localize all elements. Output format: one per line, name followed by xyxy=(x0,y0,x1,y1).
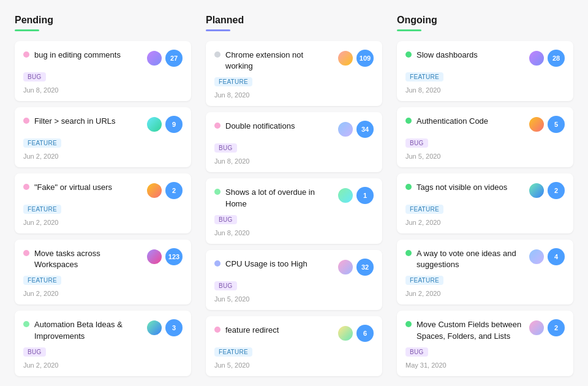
column-header-pending: Pending xyxy=(15,15,191,31)
card-title: CPU Usage is too High xyxy=(225,259,307,270)
column-header-planned: Planned xyxy=(206,15,382,31)
card[interactable]: "Fake" or virtual users2FEATUREJun 2, 20… xyxy=(15,173,191,233)
card-title: Authentication Code xyxy=(417,116,488,127)
card-right: 109 xyxy=(337,50,374,67)
card[interactable]: Move Custom Fields between Spaces, Folde… xyxy=(397,311,573,376)
cards-list-pending: bug in editing comments27BUGJun 8, 2020F… xyxy=(15,41,191,376)
status-dot xyxy=(23,250,29,256)
card-top: CPU Usage is too High32 xyxy=(214,259,374,276)
card-tag: BUG xyxy=(23,347,46,357)
card-tag: FEATURE xyxy=(214,77,252,86)
count-badge: 34 xyxy=(356,121,374,138)
card-top: Chrome extension not working109 xyxy=(214,50,374,72)
avatar xyxy=(528,50,545,67)
card-top: Slow dashboards28 xyxy=(405,50,565,67)
count-badge: 32 xyxy=(356,259,374,276)
status-dot xyxy=(214,260,221,267)
kanban-board: Pendingbug in editing comments27BUGJun 8… xyxy=(15,15,573,376)
card[interactable]: bug in editing comments27BUGJun 8, 2020 xyxy=(15,41,191,101)
card-title: Double notifications xyxy=(225,121,295,132)
card[interactable]: CPU Usage is too High32BUGJun 5, 2020 xyxy=(206,250,382,310)
status-dot xyxy=(23,321,29,327)
card[interactable]: Authentication Code5BUGJun 5, 2020 xyxy=(397,107,573,167)
count-badge: 2 xyxy=(548,319,565,336)
avatar xyxy=(337,325,354,342)
card-title-row: Automation Beta Ideas & Improvements xyxy=(23,319,141,341)
card[interactable]: Filter > search in URLs9FEATUREJun 2, 20… xyxy=(15,107,191,167)
card-tag: BUG xyxy=(405,138,428,148)
avatar xyxy=(337,121,354,138)
avatar xyxy=(146,50,163,67)
card-title: "Fake" or virtual users xyxy=(34,182,112,193)
card-title-row: Chrome extension not working xyxy=(214,50,332,72)
card-title-row: Tags not visible on videos xyxy=(405,182,523,193)
card[interactable]: Automation Beta Ideas & Improvements3BUG… xyxy=(15,311,191,376)
card-date: Jun 8, 2020 xyxy=(214,229,374,237)
card-right: 2 xyxy=(146,182,183,199)
card-tag: BUG xyxy=(405,347,428,357)
column-underline-planned xyxy=(206,29,230,31)
count-badge: 5 xyxy=(548,116,565,133)
status-dot xyxy=(214,327,221,333)
card-date: Jun 8, 2020 xyxy=(214,91,374,99)
card-top: "Fake" or virtual users2 xyxy=(23,182,183,199)
card-right: 32 xyxy=(337,259,374,276)
card-title-row: CPU Usage is too High xyxy=(214,259,332,270)
card-top: Tags not visible on videos2 xyxy=(405,182,565,199)
avatar xyxy=(146,319,163,336)
card[interactable]: Shows a lot of overdue in Home1BUGJun 8,… xyxy=(206,178,382,243)
column-pending: Pendingbug in editing comments27BUGJun 8… xyxy=(15,15,191,376)
card-date: Jun 2, 2020 xyxy=(23,153,183,160)
card-right: 3 xyxy=(146,319,183,336)
card-title-row: feature redirect xyxy=(214,325,332,336)
card-title-row: Filter > search in URLs xyxy=(23,116,141,127)
status-dot xyxy=(405,51,412,58)
status-dot xyxy=(214,189,221,195)
card-tag: BUG xyxy=(214,215,237,224)
card[interactable]: A way to vote one ideas and suggestions4… xyxy=(397,240,573,305)
avatar xyxy=(146,248,163,265)
count-badge: 9 xyxy=(165,116,183,133)
card-title-row: Authentication Code xyxy=(405,116,523,127)
card-date: Jun 2, 2020 xyxy=(23,361,183,369)
card-date: Jun 2, 2020 xyxy=(405,219,565,226)
card-right: 2 xyxy=(528,319,565,336)
card-tag: FEATURE xyxy=(23,205,61,214)
card-right: 4 xyxy=(528,248,565,265)
card[interactable]: Tags not visible on videos2FEATUREJun 2,… xyxy=(397,173,573,233)
card-right: 28 xyxy=(528,50,565,67)
card-top: Double notifications34 xyxy=(214,121,374,138)
column-underline-ongoing xyxy=(397,29,421,31)
card-title: Move Custom Fields between Spaces, Folde… xyxy=(417,319,523,341)
status-dot xyxy=(23,51,29,58)
column-title-planned: Planned xyxy=(206,15,382,26)
count-badge: 28 xyxy=(548,50,565,67)
card-title-row: Move Custom Fields between Spaces, Folde… xyxy=(405,319,523,341)
card-title-row: Double notifications xyxy=(214,121,332,132)
card-title-row: A way to vote one ideas and suggestions xyxy=(405,248,523,270)
cards-list-ongoing: Slow dashboards28FEATUREJun 8, 2020Authe… xyxy=(397,41,573,376)
card-title-row: Shows a lot of overdue in Home xyxy=(214,187,332,209)
card-right: 2 xyxy=(528,182,565,199)
card[interactable]: Chrome extension not working109FEATUREJu… xyxy=(206,41,382,106)
card-tag: FEATURE xyxy=(214,347,252,357)
card-top: Shows a lot of overdue in Home1 xyxy=(214,187,374,209)
status-dot xyxy=(23,118,29,124)
card-title-row: Move tasks across Workspaces xyxy=(23,248,141,270)
card-title: A way to vote one ideas and suggestions xyxy=(417,248,523,270)
avatar xyxy=(528,319,545,336)
card[interactable]: Move tasks across Workspaces123FEATUREJu… xyxy=(15,240,191,305)
cards-list-planned: Chrome extension not working109FEATUREJu… xyxy=(206,41,382,376)
card[interactable]: Slow dashboards28FEATUREJun 8, 2020 xyxy=(397,41,573,101)
card-top: Authentication Code5 xyxy=(405,116,565,133)
card-title-row: bug in editing comments xyxy=(23,50,141,61)
card-date: Jun 2, 2020 xyxy=(23,219,183,226)
avatar xyxy=(337,187,354,204)
card-tag: FEATURE xyxy=(405,72,443,81)
card[interactable]: feature redirect6FEATUREJun 5, 2020 xyxy=(206,316,382,376)
avatar xyxy=(337,50,354,67)
card-date: Jun 2, 2020 xyxy=(405,290,565,297)
card-tag: BUG xyxy=(23,72,46,81)
card[interactable]: Double notifications34BUGJun 8, 2020 xyxy=(206,112,382,172)
avatar xyxy=(528,182,545,199)
